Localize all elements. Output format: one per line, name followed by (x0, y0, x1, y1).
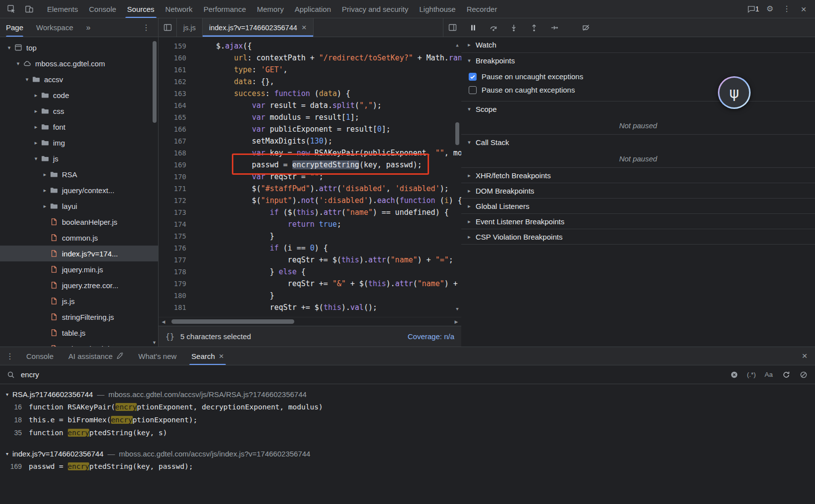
tree-item-accsv[interactable]: ▾accsv (0, 71, 158, 87)
code-text[interactable]: var publicExponent = result[0]; (198, 123, 390, 135)
tree-item-layui[interactable]: ▸layui (0, 198, 158, 214)
tree-item-rsa[interactable]: ▸RSA (0, 166, 158, 182)
topbar-tab-privacy-and-security[interactable]: Privacy and security (336, 0, 414, 18)
code-text[interactable]: setMaxDigits(130); (198, 135, 332, 147)
section-csp-violation-breakpoints[interactable]: ▸CSP Violation Breakpoints (461, 229, 815, 244)
close-devtools-icon[interactable]: × (796, 2, 811, 16)
chevron-right-icon[interactable]: ▸ (32, 92, 40, 99)
step-icon[interactable] (546, 21, 562, 35)
vertical-scrollbar-thumb[interactable] (455, 122, 459, 145)
chevron-right-icon[interactable]: ▸ (32, 108, 40, 114)
code-text[interactable]: var key = new RSAKeyPair(publicExponent,… (198, 147, 461, 159)
section-xhr-fetch-breakpoints[interactable]: ▸XHR/fetch Breakpoints (461, 167, 815, 183)
line-number[interactable]: 180 (159, 290, 186, 302)
tree-item-css[interactable]: ▸css (0, 103, 158, 119)
inspect-element-icon[interactable] (4, 2, 19, 16)
line-number[interactable]: 171 (159, 183, 186, 195)
tree-item-jquery-context[interactable]: ▸jquery/context... (0, 182, 158, 198)
result-match-line[interactable]: 169passwd = encryptedString(key, passwd)… (0, 460, 815, 473)
line-number[interactable]: 170 (159, 171, 186, 183)
scroll-up-icon[interactable]: ▲ (453, 39, 461, 51)
scroll-right-icon[interactable]: ▶ (451, 319, 461, 324)
drawer-kebab-icon[interactable]: ⋮ (1, 347, 19, 365)
line-number[interactable]: 172 (159, 195, 186, 206)
code-text[interactable]: passwd = encryptedString(key, passwd); (198, 159, 422, 171)
section-scope[interactable]: ▾Scope (461, 101, 815, 116)
line-number[interactable]: 181 (159, 302, 186, 313)
editor-tab-index-js-v-1746602356744[interactable]: index.js?v=1746602356744× (203, 18, 314, 37)
line-number[interactable]: 165 (159, 111, 186, 123)
result-match-line[interactable]: 16function RSAKeyPair(encryptionExponent… (0, 401, 815, 413)
section-breakpoints[interactable]: ▾Breakpoints (461, 52, 815, 68)
line-number[interactable]: 173 (159, 206, 186, 218)
match-case-toggle[interactable]: Aa (762, 368, 775, 381)
drawer-tab-console[interactable]: Console (19, 347, 61, 365)
line-number[interactable]: 177 (159, 254, 186, 266)
close-search-tab-icon[interactable]: × (219, 352, 224, 360)
tree-item-stringfiltering-js[interactable]: stringFiltering.js (0, 309, 158, 325)
tree-item-top[interactable]: ▾top (0, 40, 158, 55)
chevron-down-icon[interactable]: ▾ (14, 60, 22, 67)
tab-page[interactable]: Page (6, 18, 23, 37)
code-text[interactable]: if ($(this).attr("name") == undefined) { (198, 206, 449, 218)
line-number[interactable]: 174 (159, 218, 186, 230)
regex-toggle[interactable]: (.*) (745, 368, 758, 381)
issues-icon[interactable]: 1 (746, 2, 761, 16)
clear-input-icon[interactable] (727, 368, 741, 381)
topbar-tab-sources[interactable]: Sources (122, 0, 160, 18)
editor-horizontal-scrollbar[interactable]: ◀ ▶ (159, 317, 461, 326)
deactivate-breakpoints-icon[interactable] (578, 21, 594, 35)
tab-workspace[interactable]: Workspace (36, 18, 73, 37)
refresh-search-icon[interactable] (779, 368, 793, 381)
tree-item-mboss-acc-gdtel-com[interactable]: ▾mboss.acc.gdtel.com (0, 55, 158, 71)
device-toolbar-icon[interactable] (22, 2, 37, 16)
code-text[interactable]: } (198, 230, 274, 242)
horizontal-scrollbar-thumb[interactable] (171, 319, 294, 324)
code-text[interactable]: $.ajax({ (198, 40, 252, 52)
editor-vertical-scrollbar[interactable]: ▲ ▼ (453, 37, 461, 317)
code-editor[interactable]: 159 $.ajax({160 url: contextPath + "/red… (159, 37, 461, 317)
result-match-line[interactable]: 18this.e = biFromHex(encryptionExponent)… (0, 413, 815, 426)
breakpoint-option[interactable]: Pause on caught exceptions (461, 83, 815, 97)
code-text[interactable]: success: function (data) { (198, 88, 350, 100)
tree-scrollbar-thumb[interactable] (153, 41, 157, 123)
code-text[interactable]: reqStr += $(this).val(); (198, 302, 377, 313)
topbar-tab-recorder[interactable]: Recorder (461, 0, 503, 18)
settings-gear-icon[interactable]: ⚙ (762, 2, 777, 16)
code-text[interactable]: $("#staffPwd").attr('disabled', 'disable… (198, 183, 449, 195)
topbar-tab-lighthouse[interactable]: Lighthouse (414, 0, 461, 18)
topbar-tab-console[interactable]: Console (84, 0, 122, 18)
section-call-stack[interactable]: ▾Call Stack (461, 134, 815, 150)
tree-item-common-js[interactable]: common.js (0, 230, 158, 246)
chevron-down-icon[interactable]: ▾ (32, 155, 40, 162)
topbar-tab-application[interactable]: Application (289, 0, 336, 18)
code-text[interactable]: reqStr += "&" + $(this).attr("name") + " (198, 278, 461, 290)
section-global-listeners[interactable]: ▸Global Listeners (461, 198, 815, 213)
pause-script-icon[interactable] (465, 21, 481, 35)
coverage-link[interactable]: Coverage: n/a (408, 332, 454, 341)
code-text[interactable]: var modulus = result[1]; (198, 111, 359, 123)
toggle-navigator-icon[interactable] (159, 18, 177, 37)
tree-item-js-js[interactable]: js.js (0, 293, 158, 309)
search-input[interactable] (21, 370, 723, 379)
step-over-icon[interactable] (486, 21, 501, 35)
drawer-tab-what-s-new[interactable]: What's new (131, 347, 184, 365)
chevron-down-icon[interactable]: ▾ (23, 76, 31, 83)
navigator-kebab-icon[interactable]: ⋮ (140, 23, 152, 32)
chevron-down-icon[interactable]: ▾ (5, 45, 13, 51)
result-file-header[interactable]: ▾index.js?v=1746602356744—mboss.acc.gdte… (0, 447, 815, 460)
topbar-tab-memory[interactable]: Memory (252, 0, 289, 18)
close-tab-icon[interactable]: × (302, 23, 307, 32)
checkbox[interactable] (469, 73, 477, 81)
tree-item-index-js-v-174[interactable]: index.js?v=174... (0, 246, 158, 261)
tree-item-img[interactable]: ▸img (0, 135, 158, 151)
line-number[interactable]: 169 (159, 159, 186, 171)
drawer-tab-search[interactable]: Search× (184, 347, 231, 365)
code-text[interactable]: } (198, 290, 274, 302)
breakpoint-option[interactable]: Pause on uncaught exceptions (461, 70, 815, 83)
result-match-line[interactable]: 35function encryptedString(key, s) (0, 426, 815, 439)
code-text[interactable]: reqStr += $(this).attr("name") + "="; (198, 254, 453, 266)
scroll-down-icon[interactable]: ▼ (453, 303, 461, 315)
result-file-header[interactable]: ▾RSA.js?1746602356744—mboss.acc.gdtel.co… (0, 388, 815, 401)
tree-item-jquery-ztree-cor[interactable]: jquery.ztree.cor... (0, 277, 158, 293)
